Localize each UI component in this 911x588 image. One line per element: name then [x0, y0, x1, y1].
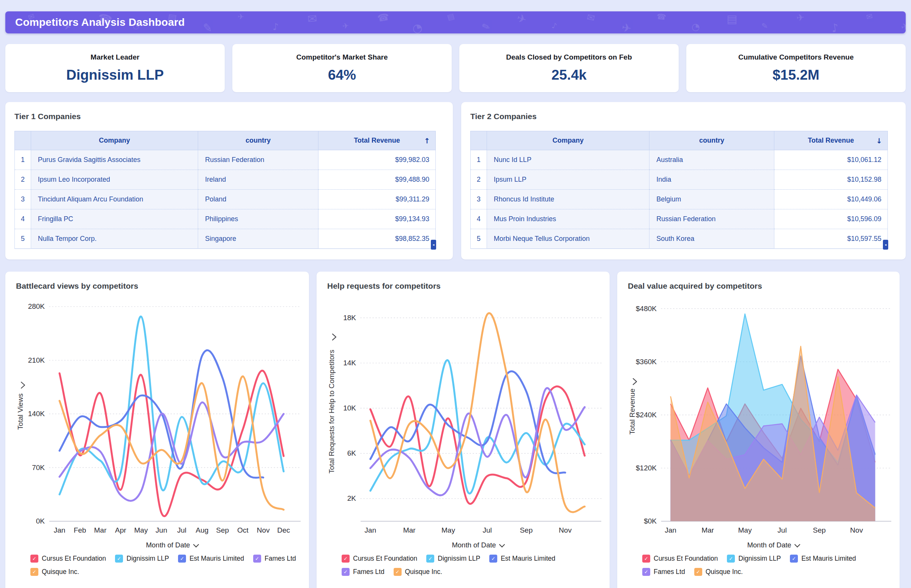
company-cell[interactable]: Morbi Neque Tellus Corporation: [487, 229, 649, 249]
legend-checkbox-icon[interactable]: ✓: [178, 555, 186, 562]
x-tick-label: Sep: [519, 526, 532, 534]
legend-item-cursus-et-foundation[interactable]: ✓Cursus Et Foundation: [31, 555, 106, 562]
deal-value-chart[interactable]: $0K$120K$240K$360K$480KJanMarMayJulSepNo…: [625, 293, 893, 540]
legend-item-quisque-inc-[interactable]: ✓Quisque Inc.: [694, 568, 743, 576]
chevron-down-icon[interactable]: [794, 541, 800, 548]
legend-item-dignissim-llp[interactable]: ✓Dignissim LLP: [115, 555, 169, 562]
revenue-cell: $99,488.90: [319, 170, 436, 190]
legend-item-dignissim-llp[interactable]: ✓Dignissim LLP: [426, 555, 480, 562]
legend-label: Est Mauris Limited: [801, 555, 856, 562]
legend-checkbox-icon[interactable]: ✓: [253, 555, 261, 562]
legend-item-quisque-inc-[interactable]: ✓Quisque Inc.: [394, 568, 442, 576]
legend-item-fames-ltd[interactable]: ✓Fames Ltd: [341, 568, 385, 576]
legend-checkbox-icon[interactable]: ✓: [31, 568, 38, 576]
x-tick-label: Nov: [559, 526, 572, 534]
legend-checkbox-icon[interactable]: ✓: [341, 568, 350, 576]
country-cell: Belgium: [649, 190, 774, 209]
kpi-label: Competitor's Market Share: [296, 53, 388, 61]
x-tick-label: Aug: [196, 526, 209, 534]
paper-plane-icon: ✈: [900, 21, 906, 33]
legend-label: Quisque Inc.: [405, 568, 442, 576]
chevron-right-icon[interactable]: [333, 334, 336, 340]
chevron-right-icon[interactable]: [633, 379, 637, 384]
line-series-dignissim-llp[interactable]: [371, 360, 585, 494]
legend-checkbox-icon[interactable]: ✓: [115, 555, 123, 562]
legend-item-dignissim-llp[interactable]: ✓Dignissim LLP: [727, 555, 781, 562]
airplane-icon: ✈: [515, 11, 528, 27]
tier2-companies-card: Tier 2 Companies CompanycountryTotal Rev…: [461, 102, 906, 260]
row-index: 3: [471, 190, 487, 209]
legend-item-est-mauris-limited[interactable]: ✓Est Mauris Limited: [178, 555, 244, 562]
legend-checkbox-icon[interactable]: ✓: [31, 555, 38, 562]
row-index: 4: [471, 209, 487, 229]
kpi-value: 64%: [328, 67, 356, 83]
legend-item-fames-ltd[interactable]: ✓Fames Ltd: [253, 555, 296, 562]
legend-item-fames-ltd[interactable]: ✓Fames Ltd: [642, 568, 685, 576]
kpi-label: Deals Closed by Competitors on Feb: [506, 53, 632, 61]
kpi-card-deals-closed[interactable]: Deals Closed by Competitors on Feb 25.4k: [459, 44, 679, 92]
y-tick-label: 18K: [343, 314, 356, 322]
document-icon: ▤: [727, 12, 737, 26]
x-tick-label: Dec: [277, 526, 290, 534]
chevron-right-icon[interactable]: [21, 382, 25, 388]
company-cell[interactable]: Purus Gravida Sagittis Associates: [31, 150, 198, 170]
company-cell[interactable]: Fringilla PC: [31, 209, 198, 229]
column-header-company[interactable]: Company: [487, 131, 649, 150]
legend-item-cursus-et-foundation[interactable]: ✓Cursus Et Foundation: [642, 555, 718, 562]
company-cell[interactable]: Tincidunt Aliquam Arcu Foundation: [31, 190, 198, 209]
sort-ascending-icon[interactable]: ↑: [424, 137, 430, 145]
legend-checkbox-icon[interactable]: ✓: [694, 568, 702, 576]
line-series-quisque-inc-[interactable]: [371, 313, 585, 512]
column-header-total-revenue[interactable]: Total Revenue↓: [774, 131, 887, 150]
table-row: 5Nulla Tempor Corp.Singapore$98,852.35◂: [15, 229, 436, 249]
table-scrollbar-handle[interactable]: ◂: [431, 240, 436, 250]
legend-checkbox-icon[interactable]: ✓: [341, 555, 350, 562]
country-cell: Singapore: [198, 229, 319, 249]
legend-item-quisque-inc-[interactable]: ✓Quisque Inc.: [31, 568, 79, 576]
x-axis-title: Month of Date: [13, 541, 304, 549]
legend-checkbox-icon[interactable]: ✓: [489, 555, 497, 562]
table-scrollbar-handle[interactable]: ◂: [883, 240, 888, 250]
battlecard-views-chart[interactable]: 0K70K140K210K280KJanFebMarAprMayJunJulAu…: [13, 293, 303, 540]
sort-descending-icon[interactable]: ↓: [876, 137, 882, 145]
kpi-card-market-leader[interactable]: Market Leader Dignissim LLP: [5, 44, 225, 92]
airplane-icon: ✈: [796, 12, 805, 24]
legend-item-est-mauris-limited[interactable]: ✓Est Mauris Limited: [489, 555, 555, 562]
legend-item-cursus-et-foundation[interactable]: ✓Cursus Et Foundation: [341, 555, 417, 562]
pencil-icon: ✎: [202, 21, 213, 33]
company-cell[interactable]: Nunc Id LLP: [487, 150, 649, 170]
legend-label: Cursus Et Foundation: [353, 555, 417, 562]
x-tick-label: Jan: [665, 526, 676, 534]
company-cell[interactable]: Mus Proin Industries: [487, 209, 649, 229]
legend-label: Quisque Inc.: [705, 568, 743, 576]
page-title: Competitors Analysis Dashboard: [15, 16, 185, 29]
tier2-companies-table: CompanycountryTotal Revenue↓1Nunc Id LLP…: [470, 131, 888, 249]
y-tick-label: 210K: [28, 356, 45, 364]
revenue-cell: $10,449.06: [774, 190, 887, 209]
legend-checkbox-icon[interactable]: ✓: [727, 555, 735, 562]
company-cell[interactable]: Nulla Tempor Corp.: [31, 229, 198, 249]
legend-item-est-mauris-limited[interactable]: ✓Est Mauris Limited: [790, 555, 856, 562]
legend-checkbox-icon[interactable]: ✓: [642, 568, 650, 576]
company-cell[interactable]: Ipsum LLP: [487, 170, 649, 190]
column-header-country[interactable]: country: [198, 131, 319, 150]
x-tick-label: May: [134, 526, 148, 534]
chevron-down-icon[interactable]: [499, 541, 505, 548]
column-header-company[interactable]: Company: [31, 131, 198, 150]
chart-title: Help requests for competitors: [324, 281, 605, 291]
chevron-down-icon[interactable]: [193, 541, 199, 548]
kpi-label: Market Leader: [91, 53, 140, 61]
legend-checkbox-icon[interactable]: ✓: [426, 555, 434, 562]
legend-checkbox-icon[interactable]: ✓: [790, 555, 798, 562]
table-title: Tier 2 Companies: [470, 112, 896, 121]
legend-checkbox-icon[interactable]: ✓: [642, 555, 650, 562]
company-cell[interactable]: Ipsum Leo Incorporated: [31, 170, 198, 190]
kpi-card-market-share[interactable]: Competitor's Market Share 64%: [232, 44, 452, 92]
column-header-country[interactable]: country: [649, 131, 774, 150]
column-header-total-revenue[interactable]: Total Revenue↑: [319, 131, 436, 150]
help-requests-chart[interactable]: 2K6K10K14K18KJanMarMayJulSepNovTotal Req…: [324, 293, 604, 540]
company-cell[interactable]: Rhoncus Id Institute: [487, 190, 649, 209]
legend-checkbox-icon[interactable]: ✓: [394, 568, 401, 576]
kpi-card-cumulative-revenue[interactable]: Cumulative Competitors Revenue $15.2M: [686, 44, 906, 92]
revenue-cell: $99,311.29: [319, 190, 436, 209]
